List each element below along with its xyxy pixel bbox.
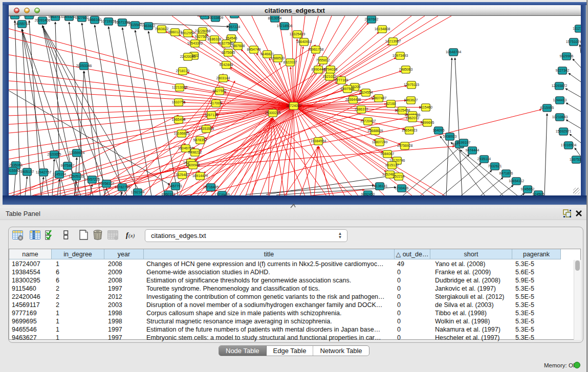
svg-text:10648784: 10648784	[446, 50, 462, 54]
svg-text:1145194: 1145194	[53, 172, 66, 176]
svg-text:18724007: 18724007	[286, 104, 302, 107]
svg-text:15720407: 15720407	[360, 119, 376, 123]
svg-text:7632621: 7632621	[488, 164, 502, 168]
svg-text:9227342: 9227342	[556, 69, 570, 72]
svg-text:9463627: 9463627	[404, 98, 418, 102]
svg-text:9975867: 9975867	[61, 164, 75, 167]
svg-text:1733426: 1733426	[395, 186, 409, 190]
svg-text:7663822: 7663822	[142, 24, 156, 28]
svg-text:(x): (x)	[128, 232, 135, 239]
svg-text:9084067: 9084067	[381, 152, 395, 156]
svg-text:17957225: 17957225	[84, 178, 100, 181]
svg-text:1621022: 1621022	[323, 75, 337, 78]
svg-text:9777169: 9777169	[335, 78, 349, 82]
svg-text:12942757: 12942757	[36, 170, 52, 174]
svg-text:164095: 164095	[433, 128, 445, 132]
svg-text:10688609: 10688609	[367, 129, 383, 133]
svg-text:8990448: 8990448	[312, 68, 325, 71]
svg-text:12213389: 12213389	[172, 85, 188, 89]
svg-text:7663822: 7663822	[155, 27, 169, 31]
svg-text:2535061: 2535061	[9, 163, 23, 167]
svg-text:10958107: 10958107	[99, 182, 115, 185]
svg-text:1615132: 1615132	[385, 163, 399, 167]
svg-text:24055714: 24055714	[14, 22, 30, 26]
svg-text:8186328: 8186328	[208, 37, 222, 41]
svg-text:8660123: 8660123	[168, 30, 182, 34]
svg-text:15751074: 15751074	[566, 40, 581, 43]
svg-text:10973493: 10973493	[393, 54, 408, 57]
svg-text:10807487: 10807487	[371, 96, 387, 100]
svg-text:9474444: 9474444	[466, 148, 480, 152]
svg-text:1862072: 1862072	[406, 116, 420, 120]
svg-text:2803144: 2803144	[216, 76, 230, 80]
svg-text:3915590: 3915590	[9, 169, 20, 172]
svg-text:16961758: 16961758	[308, 48, 324, 51]
svg-text:16154808: 16154808	[375, 27, 390, 31]
svg-text:8960103: 8960103	[162, 192, 176, 195]
svg-text:1292344: 1292344	[131, 190, 145, 194]
svg-text:9329906: 9329906	[560, 54, 574, 58]
svg-text:20053346: 20053346	[76, 64, 92, 68]
svg-text:14136141: 14136141	[372, 184, 388, 188]
svg-text:6497508: 6497508	[341, 87, 355, 91]
svg-text:1167533: 1167533	[570, 158, 581, 161]
svg-text:924505: 924505	[533, 192, 545, 195]
svg-text:19384554: 19384554	[311, 139, 326, 143]
svg-text:8427552: 8427552	[213, 89, 227, 93]
svg-text:5905157: 5905157	[20, 170, 34, 173]
svg-text:1965498: 1965498	[172, 118, 186, 121]
svg-text:8454749: 8454749	[247, 48, 261, 51]
svg-text:2718170: 2718170	[176, 69, 190, 73]
svg-text:7386372: 7386372	[355, 107, 368, 111]
svg-text:9245652: 9245652	[521, 187, 535, 191]
svg-text:2867608: 2867608	[231, 44, 245, 48]
svg-text:9115460: 9115460	[419, 105, 432, 109]
svg-text:3675685: 3675685	[222, 51, 235, 54]
svg-text:22420046: 22420046	[180, 55, 196, 58]
svg-text:20364436: 20364436	[345, 98, 361, 101]
svg-text:8471876: 8471876	[499, 171, 513, 175]
svg-text:17016504: 17016504	[561, 143, 577, 147]
svg-text:12505135: 12505135	[69, 174, 84, 178]
svg-text:23226058: 23226058	[195, 29, 211, 33]
svg-text:1610755: 1610755	[172, 100, 186, 104]
svg-text:5938923: 5938923	[443, 135, 457, 138]
svg-text:1527602: 1527602	[75, 16, 89, 19]
svg-text:10543392: 10543392	[187, 41, 203, 45]
svg-text:5878352: 5878352	[193, 138, 207, 142]
svg-text:1244413: 1244413	[553, 98, 567, 102]
svg-text:19218506: 19218506	[277, 24, 293, 28]
svg-text:1112777: 1112777	[573, 27, 581, 30]
svg-text:7485063: 7485063	[399, 68, 413, 71]
svg-text:2935114: 2935114	[477, 157, 491, 161]
svg-text:5498222: 5498222	[188, 150, 202, 154]
svg-text:1409948: 1409948	[186, 163, 200, 167]
svg-text:12093872: 12093872	[552, 84, 568, 87]
svg-text:13325419: 13325419	[290, 32, 306, 36]
svg-text:9899695: 9899695	[421, 121, 434, 124]
svg-text:16914479: 16914479	[192, 174, 208, 178]
svg-text:7515540: 7515540	[128, 23, 142, 27]
svg-text:9563717: 9563717	[49, 16, 62, 18]
svg-text:417005: 417005	[210, 101, 222, 105]
svg-text:1588520: 1588520	[271, 56, 285, 60]
svg-text:16033809: 16033809	[208, 16, 224, 19]
svg-text:15716485: 15716485	[203, 185, 219, 189]
svg-text:18807249: 18807249	[372, 140, 388, 144]
svg-text:10654112: 10654112	[509, 179, 524, 183]
svg-text:1135329: 1135329	[9, 16, 21, 17]
svg-text:8813054: 8813054	[268, 16, 282, 20]
svg-text:9457791: 9457791	[169, 184, 183, 188]
svg-text:19166825: 19166825	[174, 132, 190, 135]
svg-text:3624554: 3624554	[359, 91, 373, 94]
svg-text:9199197: 9199197	[457, 141, 471, 144]
svg-text:9242848: 9242848	[220, 63, 233, 67]
svg-text:9092450: 9092450	[361, 192, 375, 195]
svg-text:2020655: 2020655	[48, 152, 61, 156]
svg-text:13353594: 13353594	[199, 127, 214, 130]
svg-text:10025458: 10025458	[395, 108, 410, 112]
svg-text:10210643: 10210643	[552, 115, 568, 119]
svg-text:62160: 62160	[386, 102, 396, 105]
svg-text:19756928: 19756928	[397, 144, 413, 147]
svg-text:252214: 252214	[393, 174, 405, 178]
